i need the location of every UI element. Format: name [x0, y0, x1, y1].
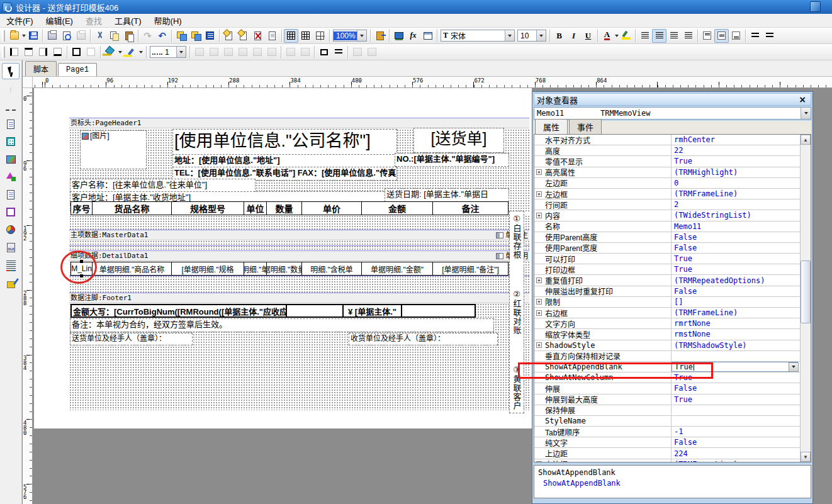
data-dictionary-icon[interactable] [391, 29, 406, 43]
table-header-cell[interactable]: 备注 [433, 201, 509, 215]
line-width-select[interactable]: 1 [150, 46, 186, 58]
inspector-titlebar[interactable]: 对象查看器 × [534, 93, 811, 106]
form-editor-icon[interactable] [420, 29, 435, 43]
expand-icon[interactable]: + [536, 299, 542, 305]
underline-icon[interactable]: U [581, 29, 595, 43]
property-value[interactable]: rmstNone [672, 329, 811, 339]
close-icon[interactable]: × [797, 95, 808, 104]
property-value[interactable] [672, 405, 811, 415]
image-placeholder[interactable]: [图片] [81, 131, 146, 169]
frame-bottom-icon[interactable] [50, 45, 65, 59]
font-size-select[interactable]: 10 [517, 30, 546, 42]
property-value[interactable]: 0 [672, 178, 811, 188]
font-name-select[interactable]: T宋体 [441, 30, 515, 42]
property-value[interactable] [672, 416, 811, 426]
design-page[interactable]: 页标头:PageHeader1 主项数据:MasterData1 单据主 细项数… [34, 88, 532, 428]
amount-cell[interactable]: 金额大写：[CurrToBigNum([RMRound([单据主体."应收应付 [70, 304, 287, 318]
new-blank-icon[interactable] [265, 29, 279, 43]
property-row-内容[interactable]: +内容(TWideStringList) [534, 210, 811, 221]
table-header-cell[interactable]: 单位 [244, 201, 267, 215]
help-property-link[interactable]: ShowAtAppendBlank [543, 479, 807, 488]
valign-top-icon[interactable] [700, 29, 714, 43]
ole-object-icon[interactable] [2, 239, 20, 255]
property-value[interactable]: (TRMFrameLine) [672, 308, 811, 318]
property-row-缩放字体类型[interactable]: 缩放字体类型rmstNone [534, 329, 811, 340]
property-row-左边距[interactable]: 左边距0 [534, 178, 811, 189]
property-row-伸展溢出时重复打印[interactable]: 伸展溢出时重复打印False [534, 286, 811, 297]
picture-icon[interactable] [2, 151, 20, 167]
property-value[interactable]: True [672, 264, 811, 274]
property-value[interactable]: True [672, 395, 811, 405]
detail-cell[interactable]: 明细."单 [244, 262, 267, 276]
image-frame-icon[interactable] [2, 204, 20, 220]
property-value[interactable]: (TRMHighlight) [672, 167, 811, 177]
property-row-左边框[interactable]: +左边框(TRMFrameLine) [534, 189, 811, 199]
open-icon[interactable] [7, 29, 21, 43]
property-value[interactable]: False [672, 243, 811, 253]
property-row-零值不显示[interactable]: 零值不显示True [534, 156, 811, 167]
property-row-垂直方向保持相对记录[interactable]: 垂直方向保持相对记录 [534, 351, 811, 362]
rich-calc-icon[interactable] [2, 133, 20, 150]
undo-icon[interactable]: ↶ [155, 29, 169, 43]
bring-to-front-icon[interactable] [174, 29, 188, 43]
property-row-纯文字[interactable]: 纯文字False [534, 437, 811, 448]
table-header-cell[interactable]: 货品名称 [93, 201, 172, 215]
property-value[interactable]: (TRMFrameLine) [672, 189, 811, 199]
chevron-down-icon[interactable] [505, 30, 514, 41]
band-pageheader[interactable]: 页标头:PageHeader1 [69, 118, 529, 128]
properties-list-icon[interactable] [203, 29, 217, 43]
copy-icon[interactable] [107, 29, 121, 43]
same-height-icon[interactable] [331, 45, 346, 59]
detail-cell[interactable]: [单据明细."规格 [172, 262, 244, 276]
address-memo[interactable]: 地址：[使用单位信息."地址"] [173, 155, 396, 167]
toolbar-grip[interactable] [2, 30, 5, 42]
property-row-使用Parent高度[interactable]: 使用Parent高度False [534, 232, 811, 243]
frame-left-icon[interactable] [7, 45, 21, 59]
property-row-右边框[interactable]: +右边框(TRMFrameLine) [534, 308, 811, 318]
sign-right-memo[interactable]: 收货单位及经手人（盖章）： [349, 333, 497, 345]
property-row-高度[interactable]: 高度22 [534, 145, 811, 156]
property-value[interactable]: (TWideStringList) [672, 210, 811, 220]
property-value[interactable]: True [672, 254, 811, 264]
property-row-可以打印[interactable]: 可以打印True [534, 254, 811, 264]
property-value[interactable]: rmrtNone [672, 318, 811, 328]
value-dropdown-icon[interactable] [789, 362, 799, 372]
inspector-tab-事件[interactable]: 事件 [569, 119, 602, 134]
function-fx-icon[interactable]: fx [406, 29, 420, 43]
same-width-icon[interactable] [317, 45, 331, 59]
new-report-icon[interactable] [222, 29, 236, 43]
property-row-限制[interactable]: +限制[] [534, 297, 811, 308]
property-value[interactable]: 2 [672, 199, 811, 210]
property-row-高亮属性[interactable]: +高亮属性(TRMHighlight) [534, 167, 811, 178]
dropdown-arrow-icon[interactable] [139, 51, 143, 53]
expand-icon[interactable]: + [536, 342, 542, 348]
property-value[interactable]: 22 [672, 145, 811, 155]
property-row-上边框[interactable]: +上边框(TRMFrameLine) [534, 459, 811, 462]
property-row-水平对齐方式[interactable]: 水平对齐方式rmhCenter [534, 135, 811, 145]
frame-none-icon[interactable] [84, 45, 98, 59]
table-header-cell[interactable]: 规格型号 [172, 201, 244, 215]
copy-strip-memo[interactable]: ①白联存根②红联对账③黄联客户 [510, 211, 524, 413]
property-value[interactable]: (TRMFrameLine) [672, 459, 811, 462]
color-lines-icon[interactable] [2, 257, 20, 273]
align-justify-icon[interactable] [681, 29, 695, 43]
doc-no-memo[interactable]: NO.:[单据主体."单据编号"] [395, 154, 509, 166]
valign-middle-icon[interactable] [714, 29, 729, 43]
detail-cell[interactable]: [单据明细."备注"] [433, 262, 509, 276]
new-page-icon[interactable] [236, 29, 250, 43]
property-value[interactable]: [] [672, 297, 811, 307]
chevron-down-icon[interactable] [801, 108, 811, 119]
property-row-文字方向[interactable]: 文字方向rmrtNone [534, 318, 811, 329]
shapes-icon[interactable] [2, 169, 20, 185]
detail-cell[interactable]: 单据明细."商品名称 [93, 262, 172, 276]
company-name-memo[interactable]: [使用单位信息."公司名称"] [173, 130, 396, 155]
telfax-memo[interactable]: TEL：[使用单位信息."联系电话"] FAX：[使用单位信息."传真 [173, 167, 396, 180]
chart-pie-icon[interactable] [2, 221, 20, 238]
property-row-使用Parent宽度[interactable]: 使用Parent宽度False [534, 243, 811, 254]
print-preview-icon[interactable] [59, 29, 74, 43]
snap-to-grid-icon[interactable] [298, 29, 313, 43]
detail-cell[interactable]: 明细."含税单 [302, 262, 362, 276]
property-value[interactable]: (TRMRepeatedOptions) [672, 275, 811, 285]
delete-page-icon[interactable] [250, 29, 265, 43]
menu-item-编辑E[interactable]: 编辑(E) [40, 13, 79, 28]
